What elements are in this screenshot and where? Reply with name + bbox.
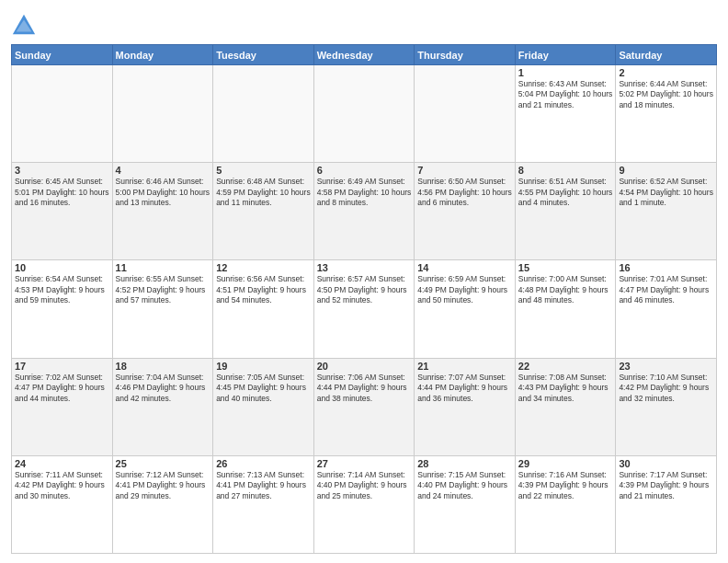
calendar-day-header: Friday <box>515 45 616 65</box>
day-info: Sunrise: 6:45 AM Sunset: 5:01 PM Dayligh… <box>15 177 109 208</box>
calendar-day-cell <box>112 65 213 163</box>
calendar-day-cell: 4Sunrise: 6:46 AM Sunset: 5:00 PM Daylig… <box>112 163 213 260</box>
day-number: 16 <box>619 262 713 273</box>
day-info: Sunrise: 7:00 AM Sunset: 4:48 PM Dayligh… <box>518 274 613 305</box>
calendar-day-cell: 11Sunrise: 6:55 AM Sunset: 4:52 PM Dayli… <box>112 260 213 358</box>
calendar-day-cell <box>213 65 314 163</box>
calendar-day-cell: 7Sunrise: 6:50 AM Sunset: 4:56 PM Daylig… <box>415 163 516 260</box>
day-info: Sunrise: 6:54 AM Sunset: 4:53 PM Dayligh… <box>15 274 109 305</box>
calendar-day-header: Sunday <box>12 45 113 65</box>
calendar-day-cell: 12Sunrise: 6:56 AM Sunset: 4:51 PM Dayli… <box>213 260 314 358</box>
day-info: Sunrise: 7:04 AM Sunset: 4:46 PM Dayligh… <box>116 373 210 404</box>
calendar-day-cell: 28Sunrise: 7:15 AM Sunset: 4:40 PM Dayli… <box>415 455 516 553</box>
calendar-day-cell: 15Sunrise: 7:00 AM Sunset: 4:48 PM Dayli… <box>515 260 616 358</box>
calendar-day-cell: 29Sunrise: 7:16 AM Sunset: 4:39 PM Dayli… <box>515 455 616 553</box>
calendar-day-cell: 16Sunrise: 7:01 AM Sunset: 4:47 PM Dayli… <box>616 260 717 358</box>
day-info: Sunrise: 6:51 AM Sunset: 4:55 PM Dayligh… <box>518 177 613 208</box>
day-info: Sunrise: 6:44 AM Sunset: 5:02 PM Dayligh… <box>619 79 713 110</box>
day-info: Sunrise: 6:46 AM Sunset: 5:00 PM Dayligh… <box>116 177 210 208</box>
day-info: Sunrise: 6:55 AM Sunset: 4:52 PM Dayligh… <box>116 274 210 305</box>
day-number: 29 <box>518 458 613 469</box>
day-number: 22 <box>518 361 613 372</box>
day-number: 18 <box>116 361 210 372</box>
day-number: 24 <box>15 458 109 469</box>
logo-icon <box>11 13 37 39</box>
day-info: Sunrise: 6:49 AM Sunset: 4:58 PM Dayligh… <box>317 177 412 208</box>
day-number: 15 <box>518 262 613 273</box>
header <box>11 9 717 39</box>
day-info: Sunrise: 7:01 AM Sunset: 4:47 PM Dayligh… <box>619 274 713 305</box>
day-info: Sunrise: 7:17 AM Sunset: 4:39 PM Dayligh… <box>619 470 713 501</box>
calendar-day-cell: 30Sunrise: 7:17 AM Sunset: 4:39 PM Dayli… <box>616 455 717 553</box>
calendar-week-row: 10Sunrise: 6:54 AM Sunset: 4:53 PM Dayli… <box>12 260 717 358</box>
calendar-day-cell <box>415 65 516 163</box>
day-number: 10 <box>15 262 109 273</box>
day-number: 9 <box>619 165 713 176</box>
day-number: 21 <box>417 361 512 372</box>
day-number: 26 <box>216 458 311 469</box>
logo <box>11 13 39 39</box>
day-number: 19 <box>216 361 311 372</box>
calendar-day-cell: 22Sunrise: 7:08 AM Sunset: 4:43 PM Dayli… <box>515 358 616 455</box>
calendar-header-row: SundayMondayTuesdayWednesdayThursdayFrid… <box>12 45 717 65</box>
calendar-day-header: Saturday <box>616 45 717 65</box>
day-number: 1 <box>518 67 613 78</box>
calendar-day-cell: 5Sunrise: 6:48 AM Sunset: 4:59 PM Daylig… <box>213 163 314 260</box>
day-info: Sunrise: 7:14 AM Sunset: 4:40 PM Dayligh… <box>317 470 412 501</box>
day-number: 2 <box>619 67 713 78</box>
day-number: 23 <box>619 361 713 372</box>
calendar-day-cell: 9Sunrise: 6:52 AM Sunset: 4:54 PM Daylig… <box>616 163 717 260</box>
page: SundayMondayTuesdayWednesdayThursdayFrid… <box>0 0 728 563</box>
calendar-day-cell: 10Sunrise: 6:54 AM Sunset: 4:53 PM Dayli… <box>12 260 113 358</box>
day-info: Sunrise: 7:07 AM Sunset: 4:44 PM Dayligh… <box>417 373 512 404</box>
day-info: Sunrise: 6:43 AM Sunset: 5:04 PM Dayligh… <box>518 79 613 110</box>
calendar: SundayMondayTuesdayWednesdayThursdayFrid… <box>11 44 717 554</box>
day-info: Sunrise: 7:06 AM Sunset: 4:44 PM Dayligh… <box>317 373 412 404</box>
day-info: Sunrise: 7:15 AM Sunset: 4:40 PM Dayligh… <box>417 470 512 501</box>
day-info: Sunrise: 6:52 AM Sunset: 4:54 PM Dayligh… <box>619 177 713 208</box>
calendar-week-row: 3Sunrise: 6:45 AM Sunset: 5:01 PM Daylig… <box>12 163 717 260</box>
day-number: 6 <box>317 165 412 176</box>
day-info: Sunrise: 7:10 AM Sunset: 4:42 PM Dayligh… <box>619 373 713 404</box>
day-info: Sunrise: 6:59 AM Sunset: 4:49 PM Dayligh… <box>417 274 512 305</box>
day-number: 27 <box>317 458 412 469</box>
day-number: 3 <box>15 165 109 176</box>
calendar-day-cell: 6Sunrise: 6:49 AM Sunset: 4:58 PM Daylig… <box>313 163 415 260</box>
calendar-day-cell: 17Sunrise: 7:02 AM Sunset: 4:47 PM Dayli… <box>12 358 113 455</box>
day-number: 7 <box>417 165 512 176</box>
calendar-day-cell <box>12 65 113 163</box>
calendar-day-cell: 19Sunrise: 7:05 AM Sunset: 4:45 PM Dayli… <box>213 358 314 455</box>
day-number: 28 <box>417 458 512 469</box>
calendar-day-cell: 14Sunrise: 6:59 AM Sunset: 4:49 PM Dayli… <box>415 260 516 358</box>
day-info: Sunrise: 7:08 AM Sunset: 4:43 PM Dayligh… <box>518 373 613 404</box>
day-info: Sunrise: 7:16 AM Sunset: 4:39 PM Dayligh… <box>518 470 613 501</box>
calendar-day-cell <box>313 65 415 163</box>
calendar-day-cell: 13Sunrise: 6:57 AM Sunset: 4:50 PM Dayli… <box>313 260 415 358</box>
calendar-day-cell: 27Sunrise: 7:14 AM Sunset: 4:40 PM Dayli… <box>313 455 415 553</box>
calendar-day-cell: 26Sunrise: 7:13 AM Sunset: 4:41 PM Dayli… <box>213 455 314 553</box>
day-number: 11 <box>116 262 210 273</box>
calendar-day-cell: 8Sunrise: 6:51 AM Sunset: 4:55 PM Daylig… <box>515 163 616 260</box>
day-number: 12 <box>216 262 311 273</box>
day-info: Sunrise: 7:02 AM Sunset: 4:47 PM Dayligh… <box>15 373 109 404</box>
calendar-day-cell: 25Sunrise: 7:12 AM Sunset: 4:41 PM Dayli… <box>112 455 213 553</box>
day-info: Sunrise: 6:48 AM Sunset: 4:59 PM Dayligh… <box>216 177 311 208</box>
calendar-day-header: Monday <box>112 45 213 65</box>
day-info: Sunrise: 6:57 AM Sunset: 4:50 PM Dayligh… <box>317 274 412 305</box>
day-number: 30 <box>619 458 713 469</box>
day-number: 20 <box>317 361 412 372</box>
day-number: 14 <box>417 262 512 273</box>
day-info: Sunrise: 6:56 AM Sunset: 4:51 PM Dayligh… <box>216 274 311 305</box>
calendar-day-cell: 3Sunrise: 6:45 AM Sunset: 5:01 PM Daylig… <box>12 163 113 260</box>
calendar-day-header: Tuesday <box>213 45 314 65</box>
day-number: 17 <box>15 361 109 372</box>
day-number: 8 <box>518 165 613 176</box>
day-info: Sunrise: 7:05 AM Sunset: 4:45 PM Dayligh… <box>216 373 311 404</box>
day-number: 13 <box>317 262 412 273</box>
calendar-day-cell: 21Sunrise: 7:07 AM Sunset: 4:44 PM Dayli… <box>415 358 516 455</box>
calendar-week-row: 1Sunrise: 6:43 AM Sunset: 5:04 PM Daylig… <box>12 65 717 163</box>
day-info: Sunrise: 7:11 AM Sunset: 4:42 PM Dayligh… <box>15 470 109 501</box>
calendar-day-cell: 23Sunrise: 7:10 AM Sunset: 4:42 PM Dayli… <box>616 358 717 455</box>
calendar-day-cell: 18Sunrise: 7:04 AM Sunset: 4:46 PM Dayli… <box>112 358 213 455</box>
day-info: Sunrise: 7:12 AM Sunset: 4:41 PM Dayligh… <box>116 470 210 501</box>
